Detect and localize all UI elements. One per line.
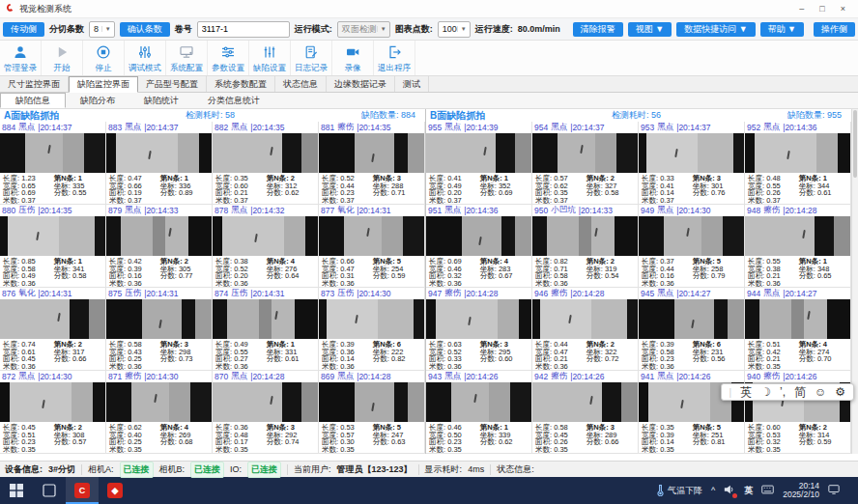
defect-image[interactable]: [745, 216, 850, 256]
tab-size-monitor[interactable]: 尺寸监控界面: [0, 76, 69, 92]
ime-toolbar[interactable]: | 英 ☽ ’, 简 ☺ ⚙: [721, 383, 854, 401]
clear-alarm-button[interactable]: 清除报警: [573, 22, 623, 37]
defect-cell[interactable]: 881 擦伤 |20:14:35 长度: 0.52 宽度: 0.44 面积: 0…: [319, 122, 425, 205]
admin-login-button[interactable]: 管理登录: [0, 41, 42, 75]
defect-cell[interactable]: 955 黑点 |20:14:39 长度: 0.41 宽度: 0.49 面积: 0…: [426, 122, 532, 205]
defect-cell[interactable]: 872 黑点 |20:14:30 长度: 0.45 宽度: 0.51 面积: 0…: [0, 371, 106, 454]
defect-cell[interactable]: 879 黑点 |20:14:33 长度: 0.42 宽度: 0.39 面积: 0…: [106, 205, 213, 288]
speaker-icon[interactable]: [724, 484, 735, 497]
defect-image[interactable]: [213, 382, 318, 422]
tab-system-param-config[interactable]: 系统参数配置: [207, 76, 275, 92]
system-config-button[interactable]: 系统配置: [166, 41, 208, 75]
defect-image[interactable]: [213, 299, 318, 339]
defect-image[interactable]: [319, 382, 424, 422]
maximize-button[interactable]: □: [819, 4, 824, 14]
slit-count-select[interactable]: 8 ▼: [89, 21, 115, 38]
subtab-defect-distribution[interactable]: 缺陷分布: [66, 93, 129, 108]
defect-cell[interactable]: 943 黑点 |20:14:26 长度: 0.46 宽度: 0.50 面积: 0…: [426, 371, 532, 454]
defect-image[interactable]: [532, 382, 638, 422]
defect-cell[interactable]: 946 擦伤 |20:14:28 长度: 0.44 宽度: 0.47 面积: 0…: [532, 288, 639, 371]
log-record-button[interactable]: 日志记录: [291, 41, 332, 75]
weather-widget[interactable]: 气温下降: [656, 484, 702, 498]
subtab-defect-statistics[interactable]: 缺陷统计: [129, 93, 193, 108]
ime-language-indicator[interactable]: 英: [744, 485, 753, 497]
task-view-button[interactable]: [33, 477, 66, 504]
tray-display-icon[interactable]: [828, 484, 840, 497]
defect-cell[interactable]: 948 擦伤 |20:14:28 长度: 0.55 宽度: 0.38 面积: 0…: [745, 205, 851, 288]
defect-cell[interactable]: 950 小凹坑 |20:14:33 长度: 0.82 宽度: 0.71 面积: …: [532, 205, 639, 288]
defect-cell[interactable]: 947 擦伤 |20:14:28 长度: 0.63 宽度: 0.52 面积: 0…: [426, 288, 532, 371]
defect-image[interactable]: [213, 133, 318, 173]
ime-drag-handle[interactable]: |: [729, 387, 732, 398]
defect-image[interactable]: [106, 299, 212, 339]
defect-image[interactable]: [106, 133, 212, 173]
defect-cell[interactable]: 870 黑点 |20:14:28 长度: 0.36 宽度: 0.48 面积: 0…: [213, 371, 319, 454]
defect-image[interactable]: [532, 133, 638, 173]
defect-cell[interactable]: 875 压伤 |20:14:31 长度: 0.58 宽度: 0.43 面积: 0…: [106, 288, 213, 371]
taskbar-app-secondary[interactable]: ◆: [99, 477, 131, 504]
defect-cell[interactable]: 883 黑点 |20:14:37 长度: 0.47 宽度: 0.66 面积: 0…: [106, 122, 213, 205]
ime-lang-toggle[interactable]: 英: [740, 384, 752, 401]
defect-cell[interactable]: 942 擦伤 |20:14:26 长度: 0.58 宽度: 0.45 面积: 0…: [532, 371, 639, 454]
defect-image[interactable]: [426, 382, 531, 422]
taskbar-app-vision-system[interactable]: C: [66, 477, 99, 504]
defect-cell[interactable]: 945 黑点 |20:14:27 长度: 0.39 宽度: 0.58 面积: 0…: [639, 288, 745, 371]
defect-image[interactable]: [532, 216, 638, 256]
defect-image[interactable]: [639, 299, 744, 339]
chart-points-select[interactable]: 100 ▼: [438, 21, 471, 38]
subtab-class-info-statistics[interactable]: 分类信息统计: [193, 93, 274, 108]
defect-image[interactable]: [106, 382, 212, 422]
tab-test[interactable]: 测试: [395, 76, 429, 92]
defect-cell[interactable]: 884 黑点 |20:14:37 长度: 1.23 宽度: 0.65 面积: 0…: [0, 122, 106, 205]
subtab-defect-info[interactable]: 缺陷信息: [0, 93, 66, 108]
defect-cell[interactable]: 874 压伤 |20:14:31 长度: 0.49 宽度: 0.55 面积: 0…: [213, 288, 319, 371]
defect-image[interactable]: [0, 382, 105, 422]
start-button[interactable]: [0, 477, 33, 504]
touch-keyboard-icon[interactable]: [761, 485, 774, 496]
drive-side-button[interactable]: 传动侧: [3, 22, 44, 37]
defect-cell[interactable]: 951 黑点 |20:14:36 长度: 0.69 宽度: 0.46 面积: 0…: [426, 205, 532, 288]
defect-image[interactable]: [532, 299, 638, 339]
defect-image[interactable]: [426, 133, 531, 173]
defect-image[interactable]: [426, 216, 531, 256]
defect-image[interactable]: [0, 299, 105, 339]
tab-product-model-config[interactable]: 产品型号配置: [138, 76, 207, 92]
defect-image[interactable]: [426, 299, 531, 339]
defect-image[interactable]: [745, 299, 850, 339]
debug-mode-button[interactable]: 调试模式: [125, 41, 166, 75]
simplified-toggle[interactable]: 简: [794, 384, 806, 401]
help-menu-button[interactable]: 帮助 ▼: [760, 22, 804, 37]
defect-image[interactable]: [639, 133, 744, 173]
gear-icon[interactable]: ⚙: [835, 385, 845, 399]
defect-image[interactable]: [0, 133, 105, 173]
defect-image[interactable]: [319, 133, 424, 173]
punctuation-toggle[interactable]: ’,: [780, 385, 786, 399]
defect-cell[interactable]: 944 黑点 |20:14:27 长度: 0.51 宽度: 0.42 面积: 0…: [745, 288, 851, 371]
close-button[interactable]: ×: [841, 4, 845, 14]
defect-cell[interactable]: 952 黑点 |20:14:36 长度: 0.48 宽度: 0.55 面积: 0…: [745, 122, 851, 205]
defect-cell[interactable]: 876 氧化 |20:14:31 长度: 0.74 宽度: 0.61 面积: 0…: [0, 288, 106, 371]
defect-image[interactable]: [106, 216, 212, 256]
defect-cell[interactable]: 880 压伤 |20:14:35 长度: 0.85 宽度: 0.58 面积: 0…: [0, 205, 106, 288]
start-button[interactable]: 开始: [42, 41, 83, 75]
defect-image[interactable]: [639, 216, 744, 256]
defect-cell[interactable]: 949 黑点 |20:14:30 长度: 0.37 宽度: 0.44 面积: 0…: [639, 205, 745, 288]
tray-chevron-icon[interactable]: ^: [711, 486, 715, 495]
defect-image[interactable]: [745, 133, 850, 173]
defect-cell[interactable]: 869 黑点 |20:14:28 长度: 0.53 宽度: 0.57 面积: 0…: [319, 371, 425, 454]
view-menu-button[interactable]: 视图 ▼: [628, 22, 672, 37]
minimize-button[interactable]: –: [799, 4, 804, 14]
clock[interactable]: 20:14 2025/2/10: [783, 482, 819, 499]
vertical-scrollbar[interactable]: [852, 109, 858, 454]
exit-program-button[interactable]: 退出程序: [374, 41, 415, 75]
defect-cell[interactable]: 878 黑点 |20:14:32 长度: 0.38 宽度: 0.52 面积: 0…: [213, 205, 319, 288]
defect-cell[interactable]: 871 擦伤 |20:14:30 长度: 0.62 宽度: 0.40 面积: 0…: [106, 371, 213, 454]
roll-number-input[interactable]: [197, 21, 290, 38]
data-quick-access-menu-button[interactable]: 数据快捷访问 ▼: [676, 22, 755, 37]
defect-image[interactable]: [319, 299, 424, 339]
moon-icon[interactable]: ☽: [760, 385, 771, 399]
tab-defect-monitor[interactable]: 缺陷监控界面: [69, 76, 138, 93]
stop-button[interactable]: 停止: [83, 41, 125, 75]
defect-cell[interactable]: 877 氧化 |20:14:31 长度: 0.66 宽度: 0.47 面积: 0…: [319, 205, 425, 288]
confirm-count-button[interactable]: 确认条数: [120, 22, 170, 37]
